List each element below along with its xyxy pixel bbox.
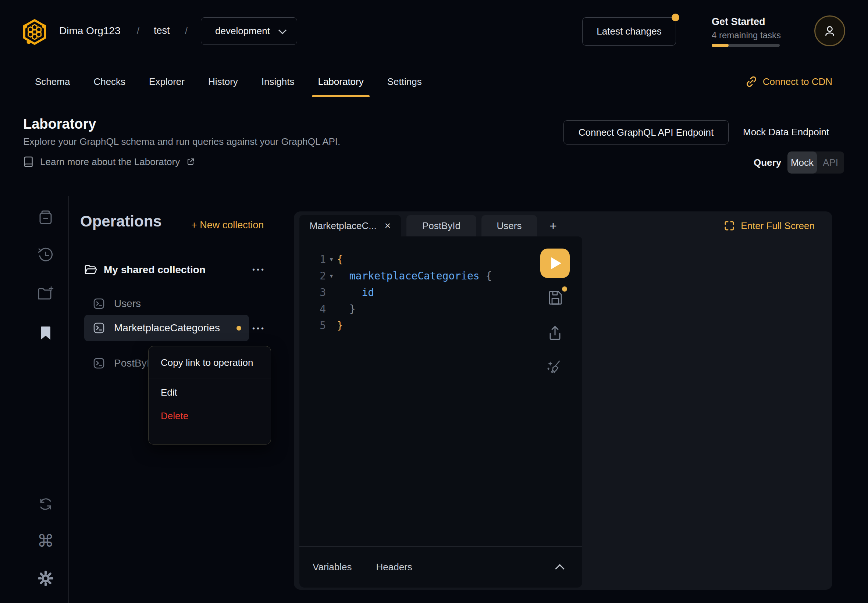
operation-label: Users <box>114 298 141 309</box>
breadcrumb-org[interactable]: Dima Org123 <box>59 25 121 37</box>
query-editor[interactable]: 1 ▾ { 2 ▾ marketplaceCategories { 3 id 4 <box>299 237 582 546</box>
new-tab-button[interactable]: + <box>543 215 564 237</box>
query-toggle-label: Query <box>754 157 781 169</box>
line-number: 5 <box>299 320 326 332</box>
operation-label: MarketplaceCategories <box>114 322 220 334</box>
code-line: 4 } <box>299 301 582 317</box>
chevron-down-icon <box>279 26 287 34</box>
collection-header[interactable]: My shared collection <box>84 259 268 281</box>
tab-history[interactable]: History <box>208 66 238 97</box>
graphos-logo-icon[interactable] <box>22 19 47 45</box>
tab-laboratory[interactable]: Laboratory <box>318 66 364 97</box>
app-root: Dima Org123 / test / development Latest … <box>0 0 868 603</box>
refresh-icon[interactable] <box>37 496 54 513</box>
enter-full-screen-button[interactable]: Enter Full Screen <box>724 215 815 237</box>
line-number: 1 <box>299 254 326 266</box>
rail-divider <box>68 196 69 603</box>
variables-tab[interactable]: Variables <box>313 561 351 573</box>
operation-item-marketplacecategories[interactable]: MarketplaceCategories <box>84 315 249 341</box>
tab-settings[interactable]: Settings <box>387 66 422 97</box>
menu-item-edit[interactable]: Edit <box>149 380 271 404</box>
new-collection-button[interactable]: + New collection <box>191 220 264 231</box>
close-tab-icon[interactable]: × <box>385 221 391 231</box>
play-icon <box>551 257 561 269</box>
breadcrumb-separator: / <box>137 25 139 36</box>
variant-select[interactable]: development <box>201 17 297 45</box>
unsaved-changes-dot <box>237 326 241 331</box>
documentation-icon[interactable] <box>37 209 54 226</box>
operation-item-users[interactable]: Users <box>84 291 141 317</box>
menu-item-delete[interactable]: Delete <box>149 404 271 428</box>
line-number: 2 <box>299 270 326 282</box>
mock-data-endpoint-button[interactable]: Mock Data Endpoint <box>743 120 829 144</box>
editor-tab-label: MarketplaceC... <box>310 220 377 232</box>
laboratory-panel: MarketplaceC... × PostById Users + Enter… <box>294 212 832 590</box>
code-line: 3 id <box>299 284 582 301</box>
person-icon <box>823 24 836 37</box>
learn-more-label: Learn more about the Laboratory <box>40 156 180 168</box>
external-link-icon <box>186 158 195 166</box>
history-icon[interactable] <box>37 247 54 264</box>
menu-item-copy-link[interactable]: Copy link to operation <box>149 349 271 376</box>
editor-tab-users[interactable]: Users <box>481 215 537 237</box>
link-icon <box>745 76 758 88</box>
collection-more-options-button[interactable]: ••• <box>252 266 266 274</box>
operation-icon <box>93 322 105 334</box>
fold-caret-icon[interactable]: ▾ <box>326 272 337 280</box>
code-line: 2 ▾ marketplaceCategories { <box>299 267 582 284</box>
prettify-button[interactable] <box>545 359 563 376</box>
code-text: } <box>337 303 356 315</box>
code-area: 1 ▾ { 2 ▾ marketplaceCategories { 3 id 4 <box>299 237 582 334</box>
line-number: 3 <box>299 286 326 298</box>
editor-bottom-bar: Variables Headers <box>299 546 582 588</box>
notification-dot <box>672 14 679 21</box>
operations-title: Operations <box>80 212 162 230</box>
code-text: marketplaceCategories { <box>337 270 492 282</box>
code-text: id <box>337 286 374 298</box>
learn-more-link[interactable]: Learn more about the Laboratory <box>23 156 195 168</box>
tab-insights[interactable]: Insights <box>261 66 295 97</box>
page-title: Laboratory <box>23 116 96 132</box>
tab-schema[interactable]: Schema <box>35 66 70 97</box>
new-folder-icon[interactable] <box>37 285 54 302</box>
fullscreen-icon <box>724 220 735 231</box>
collapse-panel-icon[interactable] <box>555 564 564 573</box>
command-icon[interactable]: ⌘ <box>37 532 54 549</box>
book-icon <box>23 156 34 168</box>
variant-select-value: development <box>215 25 270 37</box>
fold-caret-icon[interactable]: ▾ <box>326 255 337 263</box>
share-button[interactable] <box>547 325 563 342</box>
unsaved-indicator-dot <box>562 286 567 292</box>
code-line: 1 ▾ { <box>299 251 582 267</box>
menu-divider <box>149 378 271 378</box>
operation-more-options-button[interactable]: ••• <box>252 324 266 333</box>
code-text: { <box>337 254 343 266</box>
get-started-title[interactable]: Get Started <box>712 16 765 28</box>
connect-to-cdn-label: Connect to CDN <box>763 76 832 88</box>
tab-explorer[interactable]: Explorer <box>149 66 185 97</box>
connect-graphql-endpoint-button[interactable]: Connect GraphQL API Endpoint <box>563 120 729 144</box>
run-query-button[interactable] <box>540 249 570 278</box>
editor-tab-marketplacecategories[interactable]: MarketplaceC... × <box>299 215 401 237</box>
latest-changes-button[interactable]: Latest changes <box>582 17 676 46</box>
open-folder-icon <box>84 264 97 275</box>
collection-name: My shared collection <box>104 264 206 276</box>
user-avatar[interactable] <box>814 15 845 46</box>
bookmark-icon[interactable] <box>37 325 54 342</box>
code-text: } <box>337 320 343 332</box>
query-mode-api[interactable]: API <box>817 152 844 173</box>
get-started-progress <box>712 44 780 47</box>
operation-icon <box>93 357 105 369</box>
query-mode-mock[interactable]: Mock <box>788 152 817 173</box>
breadcrumb-graph[interactable]: test <box>154 25 170 36</box>
get-started-subtitle: 4 remaining tasks <box>712 30 781 40</box>
enter-full-screen-label: Enter Full Screen <box>741 220 815 232</box>
editor-tab-postbyid[interactable]: PostById <box>407 215 476 237</box>
code-line: 5 } <box>299 317 582 334</box>
save-button[interactable] <box>547 289 564 306</box>
connect-to-cdn-link[interactable]: Connect to CDN <box>745 66 832 97</box>
tab-checks[interactable]: Checks <box>93 66 125 97</box>
settings-gear-icon[interactable] <box>37 570 54 587</box>
operation-item-postbyid[interactable]: PostById <box>84 350 155 377</box>
headers-tab[interactable]: Headers <box>376 561 412 573</box>
